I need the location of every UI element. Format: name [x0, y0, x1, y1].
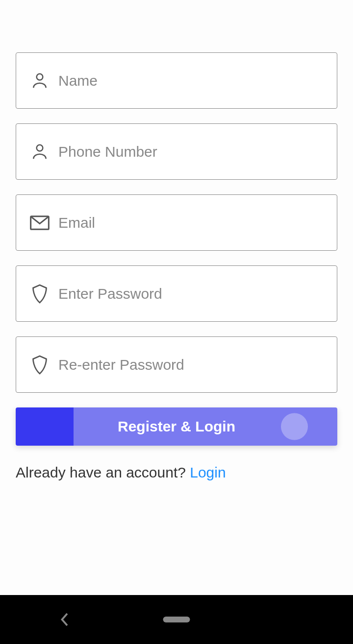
ripple-effect — [281, 413, 308, 440]
back-icon[interactable] — [59, 612, 70, 627]
confirm-password-field-wrapper[interactable] — [16, 336, 337, 393]
shield-icon — [30, 355, 50, 375]
home-indicator[interactable] — [163, 617, 190, 622]
phone-input[interactable] — [58, 143, 323, 160]
person-icon — [30, 71, 50, 91]
shield-icon — [30, 284, 50, 304]
person-icon — [30, 142, 50, 162]
mail-icon — [30, 213, 50, 233]
name-input[interactable] — [58, 72, 323, 89]
android-navbar — [0, 595, 353, 644]
login-link[interactable]: Login — [190, 464, 226, 480]
phone-field-wrapper[interactable] — [16, 123, 337, 180]
name-field-wrapper[interactable] — [16, 52, 337, 109]
password-input[interactable] — [58, 286, 323, 302]
register-login-button[interactable]: Register & Login — [16, 407, 337, 446]
svg-point-1 — [37, 144, 43, 151]
email-input[interactable] — [58, 215, 323, 231]
register-button-label: Register & Login — [118, 418, 235, 435]
email-field-wrapper[interactable] — [16, 194, 337, 251]
confirm-password-input[interactable] — [58, 357, 323, 373]
footer-prompt-text: Already have an account? — [16, 464, 190, 480]
login-prompt: Already have an account? Login — [16, 464, 337, 481]
password-field-wrapper[interactable] — [16, 265, 337, 322]
registration-form: Register & Login Already have an account… — [0, 0, 353, 481]
svg-point-0 — [37, 73, 43, 80]
